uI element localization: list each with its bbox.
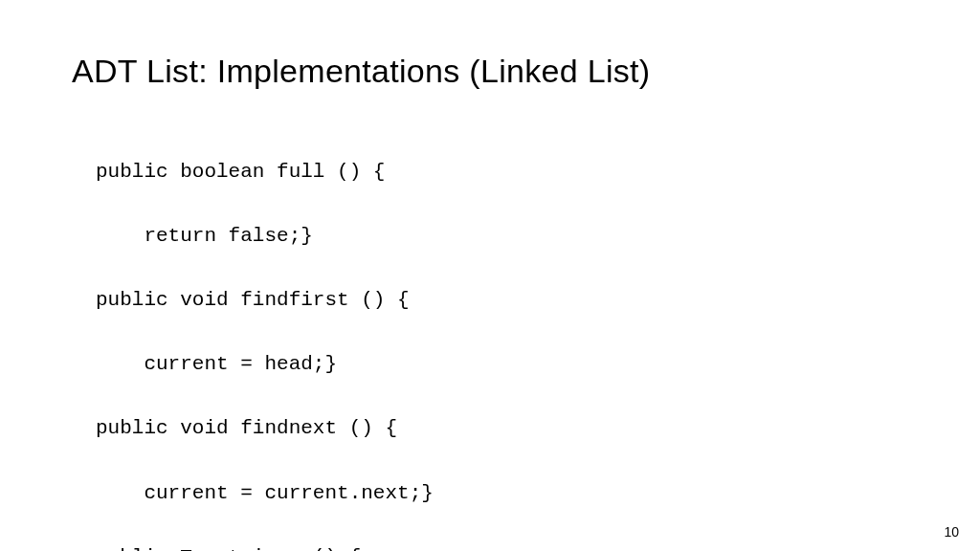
- code-line: return false;}: [96, 220, 908, 253]
- code-line: current = head;}: [96, 348, 908, 381]
- code-line: public void findnext () {: [96, 412, 908, 445]
- code-line: public void findfirst () {: [96, 284, 908, 317]
- code-line: public boolean full () {: [96, 156, 908, 188]
- code-line: current = current.next;}: [96, 477, 908, 510]
- code-block: public boolean full () { return false;} …: [72, 123, 908, 551]
- code-line: public T retrieve () {: [96, 541, 908, 551]
- page-number: 10: [944, 524, 959, 540]
- slide-title: ADT List: Implementations (Linked List): [72, 53, 908, 90]
